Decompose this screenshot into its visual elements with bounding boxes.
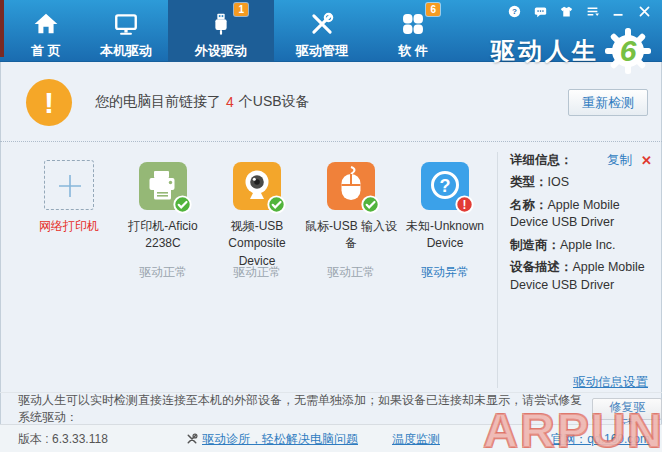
tab-label: 首 页 [31, 42, 61, 60]
repair-driver-button[interactable]: 修复驱动 [592, 398, 662, 420]
tab-label: 外设驱动 [195, 42, 247, 60]
detail-row: 设备描述：Apple Mobile Device USB Driver [510, 259, 652, 294]
minimize-icon[interactable] [611, 4, 626, 18]
tab-badge: 6 [426, 3, 440, 16]
usb-device-count: 4 [226, 94, 234, 110]
detail-label: 类型： [510, 175, 548, 189]
device-label: 视频-USB Composite Device [210, 218, 304, 255]
device-label: 未知-Unknown Device [398, 218, 492, 255]
unknown-icon: ?! [421, 162, 469, 210]
feedback-icon[interactable] [533, 4, 548, 18]
tab-software[interactable]: 6软 件 [370, 0, 456, 62]
close-details-icon[interactable]: ✕ [641, 153, 652, 168]
device-card-printer-aficio[interactable]: 打印机-Aficio 2238C驱动正常 [116, 160, 210, 281]
official-site-item: 官网：qd.160.com [551, 425, 650, 452]
logo-gear-icon: 6 [604, 27, 652, 75]
detail-label: 名称： [510, 198, 548, 212]
device-card-unknown-device[interactable]: ?!未知-Unknown Device驱动异常 [398, 160, 492, 281]
usb-summary-message: 您的电脑目前链接了 4 个USB设备 [95, 62, 310, 142]
device-card-mouse-usb-input[interactable]: 鼠标-USB 输入设备驱动正常 [304, 160, 398, 281]
device-label: 网络打印机 [22, 218, 116, 255]
tab-driver-management[interactable]: 驱动管理 [274, 0, 370, 62]
apps-icon: 6 [398, 9, 428, 39]
details-panel: 详细信息： 复制 ✕ 类型：IOS名称：Apple Mobile Device … [510, 152, 652, 294]
device-card-video-usb-composite[interactable]: 视频-USB Composite Device驱动正常 [210, 160, 304, 281]
window-controls: ? [507, 4, 652, 18]
tab-label: 本机驱动 [100, 42, 152, 60]
details-title: 详细信息： [510, 152, 573, 169]
detail-value: Apple Inc. [560, 238, 616, 252]
screen-edge-artifact [0, 0, 4, 57]
tab-label: 软 件 [398, 42, 428, 60]
device-label: 打印机-Aficio 2238C [116, 218, 210, 255]
detail-row: 名称：Apple Mobile Device USB Driver [510, 197, 652, 232]
webcam-icon [233, 162, 281, 210]
detail-label: 制造商： [510, 238, 560, 252]
driver-clinic-link[interactable]: 驱动诊所，轻松解决电脑问题 [202, 431, 358, 448]
close-icon[interactable] [637, 4, 652, 18]
driver-clinic-item: 驱动诊所，轻松解决电脑问题 [186, 425, 358, 452]
status-bar: 版本 : 6.3.33.118 驱动诊所，轻松解决电脑问题 温度监测 官网：qd… [0, 424, 662, 452]
official-site-link[interactable]: 官网：qd.160.com [551, 431, 650, 448]
svg-text:?: ? [440, 176, 451, 196]
tools-small-icon [186, 433, 198, 445]
plus-icon [56, 172, 84, 200]
monitor-icon [111, 9, 141, 39]
svg-text:?: ? [512, 7, 517, 16]
detail-row: 类型：IOS [510, 174, 652, 192]
copy-link[interactable]: 复制 [607, 152, 632, 169]
help-icon[interactable]: ? [507, 4, 522, 18]
detail-label: 设备描述： [510, 260, 573, 274]
tools-icon [307, 9, 337, 39]
warning-icon: ! [26, 79, 72, 126]
device-status: 驱动正常 [116, 264, 210, 281]
app-header: 首 页本机驱动1外设驱动驱动管理6软 件 ? 驱动人生 6 [0, 0, 662, 62]
details-rows: 类型：IOS名称：Apple Mobile Device USB Driver制… [510, 174, 652, 294]
message-prefix: 您的电脑目前链接了 [95, 93, 221, 111]
device-card-list: 网络打印机打印机-Aficio 2238C驱动正常视频-USB Composit… [22, 160, 492, 281]
panel-divider [497, 152, 498, 388]
tab-label: 驱动管理 [296, 42, 348, 60]
printer-icon [139, 162, 187, 210]
device-status: 驱动正常 [210, 264, 304, 281]
detail-row: 制造商：Apple Inc. [510, 237, 652, 255]
add-network-printer-box[interactable] [44, 160, 94, 210]
usb-icon: 1 [206, 9, 236, 39]
skin-icon[interactable] [559, 4, 574, 18]
footer-tip-text: 驱动人生可以实时检测直接连接至本机的外部设备，无需单独添加；如果设备已连接却未显… [18, 392, 584, 426]
main-nav: 首 页本机驱动1外设驱动驱动管理6软 件 [8, 0, 456, 62]
home-icon [31, 9, 61, 39]
driver-info-settings-link[interactable]: 驱动信息设置 [573, 374, 648, 391]
footer-tip-row: 驱动人生可以实时检测直接连接至本机的外部设备，无需单独添加；如果设备已连接却未显… [0, 392, 662, 424]
temperature-item: 温度监测 [392, 425, 440, 452]
temperature-monitor-link[interactable]: 温度监测 [392, 431, 440, 448]
version-text: 版本 : 6.3.33.118 [18, 425, 108, 452]
tab-peripheral-drivers[interactable]: 1外设驱动 [168, 0, 274, 62]
detail-value: IOS [548, 175, 570, 189]
tab-local-drivers[interactable]: 本机驱动 [84, 0, 168, 62]
mouse-icon [327, 162, 375, 210]
message-suffix: 个USB设备 [239, 93, 310, 111]
app-logo-text: 驱动人生 [491, 35, 599, 67]
rescan-button[interactable]: 重新检测 [568, 89, 648, 116]
svg-text:!: ! [463, 198, 467, 212]
device-status[interactable]: 驱动异常 [398, 264, 492, 281]
tab-badge: 1 [234, 3, 248, 16]
device-status: 驱动正常 [304, 264, 398, 281]
device-card-network-printer-add[interactable]: 网络打印机 [22, 160, 116, 281]
main-menu-icon[interactable] [585, 4, 600, 18]
tab-home[interactable]: 首 页 [8, 0, 84, 62]
device-label: 鼠标-USB 输入设备 [304, 218, 398, 255]
app-logo: 驱动人生 6 [491, 27, 652, 75]
logo-version-number: 6 [620, 34, 637, 67]
